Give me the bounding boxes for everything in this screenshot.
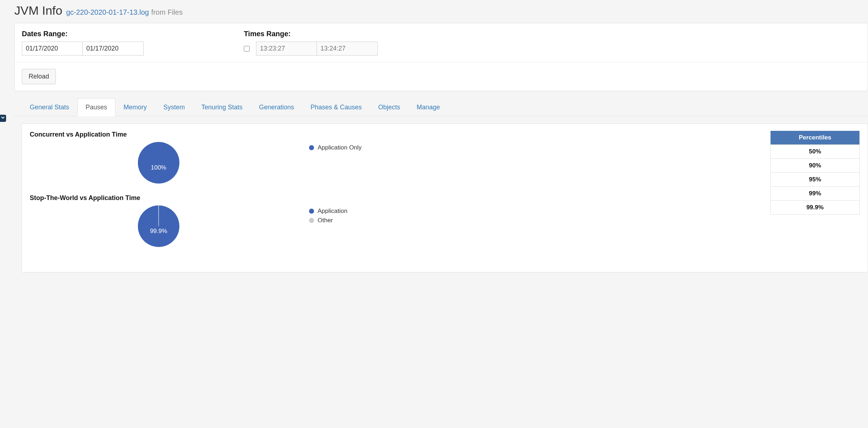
page-header: JVM Info gc-220-2020-01-17-13.log from F… <box>14 4 868 23</box>
percentiles-table: Percentiles 50%90%95%99%99.9% <box>770 131 860 215</box>
chart-legend: ApplicationOther <box>309 205 347 226</box>
tab-phases[interactable]: Phases & Causes <box>302 98 370 116</box>
legend-label: Other <box>318 217 333 224</box>
chart-block: Stop-The-World vs Application Time99.9%A… <box>30 194 760 247</box>
chevron-down-icon <box>0 115 5 120</box>
chart-title: Stop-The-World vs Application Time <box>30 194 760 202</box>
percentile-row: 99% <box>771 186 859 200</box>
file-link[interactable]: gc-220-2020-01-17-13.log <box>66 8 149 16</box>
tab-system[interactable]: System <box>155 98 193 116</box>
page-subtitle-suffix: from Files <box>151 8 183 16</box>
tab-generations[interactable]: Generations <box>251 98 302 116</box>
time-from-input[interactable] <box>256 42 317 56</box>
legend-label: Application Only <box>318 144 362 151</box>
legend-dot-icon <box>309 218 314 223</box>
svg-text:99.9%: 99.9% <box>150 228 167 234</box>
tab-general[interactable]: General Stats <box>21 98 77 116</box>
tab-tenuring[interactable]: Tenuring Stats <box>193 98 251 116</box>
pie-chart: 99.9% <box>138 205 179 247</box>
page-title: JVM Info <box>14 4 62 17</box>
legend-item[interactable]: Other <box>309 217 347 224</box>
percentile-row: 99.9% <box>771 200 859 214</box>
percentiles-header: Percentiles <box>771 131 859 144</box>
legend-item[interactable]: Application Only <box>309 144 362 151</box>
percentile-row: 90% <box>771 158 859 172</box>
chart-title: Concurrent vs Application Time <box>30 131 760 138</box>
percentile-row: 50% <box>771 144 859 158</box>
times-enable-checkbox[interactable] <box>244 46 250 52</box>
tab-manage[interactable]: Manage <box>408 98 448 116</box>
reload-button[interactable]: Reload <box>22 69 56 84</box>
legend-dot-icon <box>309 209 314 214</box>
svg-text:100%: 100% <box>151 164 166 171</box>
percentile-row: 95% <box>771 172 859 186</box>
sidebar-toggle[interactable] <box>0 115 6 122</box>
pauses-content: Concurrent vs Application Time100%Applic… <box>21 123 868 272</box>
time-to-input[interactable] <box>317 42 378 56</box>
legend-label: Application <box>318 208 347 215</box>
legend-item[interactable]: Application <box>309 208 347 215</box>
tab-pauses[interactable]: Pauses <box>77 98 115 116</box>
pie-holder: 99.9% <box>30 205 288 247</box>
pie-chart: 100% <box>138 142 179 184</box>
chart-block: Concurrent vs Application Time100%Applic… <box>30 131 760 184</box>
dates-range-label: Dates Range: <box>22 30 230 38</box>
filter-panel: Dates Range: Times Range: Reload <box>14 23 868 91</box>
tab-objects[interactable]: Objects <box>370 98 408 116</box>
svg-point-0 <box>138 142 179 184</box>
times-range-label: Times Range: <box>244 30 378 38</box>
chart-legend: Application Only <box>309 142 362 153</box>
legend-dot-icon <box>309 145 314 150</box>
pie-holder: 100% <box>30 142 288 184</box>
tabs-bar: General StatsPausesMemorySystemTenuring … <box>14 98 868 116</box>
date-to-input[interactable] <box>83 42 144 56</box>
date-from-input[interactable] <box>22 42 83 56</box>
tab-memory[interactable]: Memory <box>115 98 155 116</box>
